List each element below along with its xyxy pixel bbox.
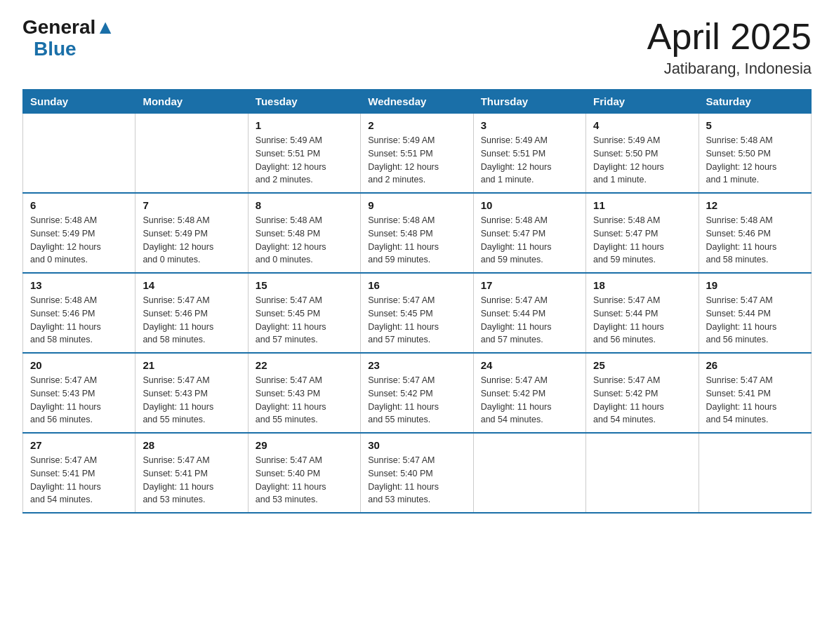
day-number: 12 [706,199,804,211]
day-number: 27 [30,439,128,451]
table-row: 5Sunrise: 5:48 AMSunset: 5:50 PMDaylight… [699,114,811,194]
col-sunday: Sunday [23,90,135,114]
day-info: Sunrise: 5:47 AMSunset: 5:43 PMDaylight:… [143,374,240,427]
day-number: 9 [368,199,465,211]
table-row [23,114,135,194]
calendar-week-row: 1Sunrise: 5:49 AMSunset: 5:51 PMDaylight… [23,114,812,194]
table-row: 8Sunrise: 5:48 AMSunset: 5:48 PMDaylight… [248,193,360,273]
table-row: 18Sunrise: 5:47 AMSunset: 5:44 PMDayligh… [586,273,699,353]
day-info: Sunrise: 5:48 AMSunset: 5:50 PMDaylight:… [706,134,804,187]
day-number: 13 [30,279,128,291]
table-row: 1Sunrise: 5:49 AMSunset: 5:51 PMDaylight… [248,114,360,194]
table-row [473,433,585,513]
day-number: 5 [706,119,804,131]
table-row: 17Sunrise: 5:47 AMSunset: 5:44 PMDayligh… [473,273,585,353]
table-row [135,114,248,194]
table-row: 23Sunrise: 5:47 AMSunset: 5:42 PMDayligh… [361,353,473,433]
day-number: 28 [143,439,240,451]
table-row: 2Sunrise: 5:49 AMSunset: 5:51 PMDaylight… [361,114,473,194]
calendar-table: Sunday Monday Tuesday Wednesday Thursday… [22,89,812,514]
table-row: 20Sunrise: 5:47 AMSunset: 5:43 PMDayligh… [23,353,135,433]
day-info: Sunrise: 5:49 AMSunset: 5:50 PMDaylight:… [593,134,691,187]
table-row: 13Sunrise: 5:48 AMSunset: 5:46 PMDayligh… [23,273,135,353]
day-info: Sunrise: 5:48 AMSunset: 5:48 PMDaylight:… [368,214,465,267]
day-info: Sunrise: 5:48 AMSunset: 5:49 PMDaylight:… [30,214,128,267]
month-title: April 2025 [647,17,812,57]
table-row: 9Sunrise: 5:48 AMSunset: 5:48 PMDaylight… [361,193,473,273]
day-number: 2 [368,119,465,131]
table-row: 26Sunrise: 5:47 AMSunset: 5:41 PMDayligh… [699,353,811,433]
day-info: Sunrise: 5:47 AMSunset: 5:45 PMDaylight:… [256,294,353,347]
logo-blue-text: Blue [34,39,77,60]
day-info: Sunrise: 5:49 AMSunset: 5:51 PMDaylight:… [256,134,353,187]
table-row: 27Sunrise: 5:47 AMSunset: 5:41 PMDayligh… [23,433,135,513]
table-row: 16Sunrise: 5:47 AMSunset: 5:45 PMDayligh… [361,273,473,353]
day-number: 4 [593,119,691,131]
calendar-week-row: 6Sunrise: 5:48 AMSunset: 5:49 PMDaylight… [23,193,812,273]
col-tuesday: Tuesday [248,90,360,114]
title-block: April 2025 Jatibarang, Indonesia [647,17,812,78]
table-row: 21Sunrise: 5:47 AMSunset: 5:43 PMDayligh… [135,353,248,433]
day-number: 7 [143,199,240,211]
day-info: Sunrise: 5:48 AMSunset: 5:46 PMDaylight:… [30,294,128,347]
day-number: 17 [481,279,578,291]
day-number: 3 [481,119,578,131]
calendar-header-row: Sunday Monday Tuesday Wednesday Thursday… [23,90,812,114]
day-number: 20 [30,359,128,371]
table-row: 6Sunrise: 5:48 AMSunset: 5:49 PMDaylight… [23,193,135,273]
col-monday: Monday [135,90,248,114]
table-row: 19Sunrise: 5:47 AMSunset: 5:44 PMDayligh… [699,273,811,353]
table-row [586,433,699,513]
day-number: 18 [593,279,691,291]
table-row: 15Sunrise: 5:47 AMSunset: 5:45 PMDayligh… [248,273,360,353]
table-row: 7Sunrise: 5:48 AMSunset: 5:49 PMDaylight… [135,193,248,273]
day-info: Sunrise: 5:48 AMSunset: 5:47 PMDaylight:… [481,214,578,267]
col-saturday: Saturday [699,90,811,114]
calendar-week-row: 27Sunrise: 5:47 AMSunset: 5:41 PMDayligh… [23,433,812,513]
day-info: Sunrise: 5:47 AMSunset: 5:45 PMDaylight:… [368,294,465,347]
day-info: Sunrise: 5:47 AMSunset: 5:40 PMDaylight:… [256,454,353,507]
col-friday: Friday [586,90,699,114]
day-info: Sunrise: 5:48 AMSunset: 5:48 PMDaylight:… [256,214,353,267]
day-info: Sunrise: 5:47 AMSunset: 5:40 PMDaylight:… [368,454,465,507]
day-number: 6 [30,199,128,211]
day-info: Sunrise: 5:47 AMSunset: 5:41 PMDaylight:… [143,454,240,507]
day-info: Sunrise: 5:47 AMSunset: 5:42 PMDaylight:… [481,374,578,427]
day-number: 8 [256,199,353,211]
calendar-week-row: 20Sunrise: 5:47 AMSunset: 5:43 PMDayligh… [23,353,812,433]
col-thursday: Thursday [473,90,585,114]
day-number: 25 [593,359,691,371]
table-row: 4Sunrise: 5:49 AMSunset: 5:50 PMDaylight… [586,114,699,194]
day-info: Sunrise: 5:49 AMSunset: 5:51 PMDaylight:… [481,134,578,187]
day-number: 11 [593,199,691,211]
logo-triangle-icon: ▲ [95,16,115,38]
table-row: 28Sunrise: 5:47 AMSunset: 5:41 PMDayligh… [135,433,248,513]
day-info: Sunrise: 5:48 AMSunset: 5:46 PMDaylight:… [706,214,804,267]
col-wednesday: Wednesday [361,90,473,114]
day-info: Sunrise: 5:47 AMSunset: 5:46 PMDaylight:… [143,294,240,347]
day-info: Sunrise: 5:48 AMSunset: 5:47 PMDaylight:… [593,214,691,267]
day-info: Sunrise: 5:47 AMSunset: 5:41 PMDaylight:… [30,454,128,507]
day-info: Sunrise: 5:47 AMSunset: 5:43 PMDaylight:… [256,374,353,427]
day-number: 19 [706,279,804,291]
day-number: 16 [368,279,465,291]
table-row: 30Sunrise: 5:47 AMSunset: 5:40 PMDayligh… [361,433,473,513]
table-row: 14Sunrise: 5:47 AMSunset: 5:46 PMDayligh… [135,273,248,353]
day-number: 26 [706,359,804,371]
day-info: Sunrise: 5:47 AMSunset: 5:42 PMDaylight:… [593,374,691,427]
day-info: Sunrise: 5:47 AMSunset: 5:42 PMDaylight:… [368,374,465,427]
day-number: 24 [481,359,578,371]
logo-general-text: General▲ [22,17,115,39]
table-row: 11Sunrise: 5:48 AMSunset: 5:47 PMDayligh… [586,193,699,273]
day-number: 23 [368,359,465,371]
page-header: General▲ Blue April 2025 Jatibarang, Ind… [22,17,812,78]
day-info: Sunrise: 5:47 AMSunset: 5:44 PMDaylight:… [593,294,691,347]
day-info: Sunrise: 5:47 AMSunset: 5:44 PMDaylight:… [481,294,578,347]
day-number: 22 [256,359,353,371]
day-info: Sunrise: 5:48 AMSunset: 5:49 PMDaylight:… [143,214,240,267]
day-number: 14 [143,279,240,291]
day-number: 10 [481,199,578,211]
day-info: Sunrise: 5:49 AMSunset: 5:51 PMDaylight:… [368,134,465,187]
table-row: 10Sunrise: 5:48 AMSunset: 5:47 PMDayligh… [473,193,585,273]
day-info: Sunrise: 5:47 AMSunset: 5:44 PMDaylight:… [706,294,804,347]
